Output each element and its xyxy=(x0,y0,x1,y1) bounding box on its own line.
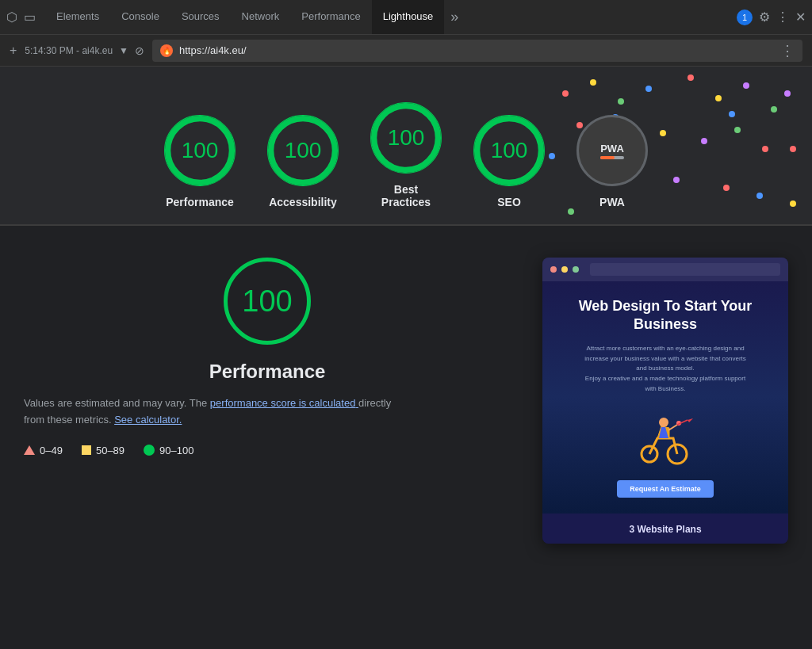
score-label-accessibility: Accessibility xyxy=(269,196,337,208)
legend-square-icon xyxy=(82,445,91,455)
tab-lighthouse[interactable]: Lighthouse xyxy=(372,0,445,34)
detail-section: 100 Performance Values are estimated and… xyxy=(0,226,812,567)
legend-range-mid: 50–89 xyxy=(96,445,124,456)
score-number-best-practices: 100 xyxy=(388,125,425,151)
score-item-accessibility[interactable]: 100 Accessibility xyxy=(267,115,339,208)
score-label-best-practices: BestPractices xyxy=(381,183,431,208)
score-item-pwa[interactable]: PWA PWA xyxy=(576,115,648,208)
tab-performance[interactable]: Performance xyxy=(290,0,371,34)
more-tabs-button[interactable]: » xyxy=(444,9,465,25)
scores-section: 100 Performance 100 Accessibility xyxy=(0,67,812,225)
score-item-performance[interactable]: 100 Performance xyxy=(164,115,236,208)
tab-elements[interactable]: Elements xyxy=(45,0,110,34)
detail-description: Values are estimated and may vary. The p… xyxy=(24,395,404,429)
pwa-inner: PWA xyxy=(600,143,624,159)
url-more-icon[interactable]: ⋮ xyxy=(780,42,795,59)
legend-range-high: 90–100 xyxy=(159,445,193,456)
settings-icon[interactable]: ⚙ xyxy=(759,10,770,25)
score-circle-pwa: PWA xyxy=(576,115,648,186)
calculator-link[interactable]: See calculator. xyxy=(114,414,182,426)
score-label-pwa: PWA xyxy=(599,196,625,208)
site-favicon: 🔥 xyxy=(160,44,173,57)
score-label-performance: Performance xyxy=(166,196,234,208)
url-info: 5:14:30 PM - ai4k.eu ▼ ⊘ xyxy=(25,44,144,57)
url-time: 5:14:30 PM - ai4k.eu xyxy=(25,45,113,56)
url-bar-left: + xyxy=(10,44,17,58)
site-headline: Web Design To Start Your Business xyxy=(555,297,776,334)
url-input[interactable]: 🔥 https://ai4k.eu/ ⋮ xyxy=(152,40,802,62)
screenshot-browser-bar xyxy=(542,258,788,281)
detail-score-circle: 100 xyxy=(224,258,311,345)
pwa-progress-bar xyxy=(600,156,624,159)
cursor-icon[interactable]: ⬡ xyxy=(6,10,17,25)
performance-score-link[interactable]: performance score is calculated xyxy=(210,397,358,409)
detail-left: 100 Performance Values are estimated and… xyxy=(24,258,511,544)
score-legend: 0–49 50–89 90–100 xyxy=(24,445,193,456)
score-circle-accessibility: 100 xyxy=(267,115,339,186)
score-circle-seo: 100 xyxy=(473,115,545,186)
detail-score-number: 100 xyxy=(242,284,292,319)
devtools-topbar: ⬡ ▭ Elements Console Sources Network Per… xyxy=(0,0,812,35)
svg-line-11 xyxy=(668,425,677,430)
screenshot-footer: 3 Website Plans xyxy=(542,513,788,544)
scooter-svg xyxy=(634,410,697,466)
tab-network[interactable]: Network xyxy=(231,0,291,34)
dropdown-icon[interactable]: ▼ xyxy=(119,45,128,56)
more-options-icon[interactable]: ⋮ xyxy=(776,10,789,25)
score-number-performance: 100 xyxy=(182,138,219,163)
browser-dot-green xyxy=(573,266,579,273)
detail-title: Performance xyxy=(24,361,511,383)
topbar-icons: ⬡ ▭ xyxy=(6,10,36,25)
screenshot-card: Web Design To Start Your Business Attrac… xyxy=(542,258,788,544)
legend-item-mid: 50–89 xyxy=(82,445,124,456)
browser-dot-yellow xyxy=(561,266,568,273)
score-circle-performance: 100 xyxy=(164,115,236,186)
scooter-illustration xyxy=(634,410,697,466)
block-requests-icon[interactable]: ⊘ xyxy=(135,44,144,57)
url-text: https://ai4k.eu/ xyxy=(179,44,247,56)
detail-right: Web Design To Start Your Business Attrac… xyxy=(542,258,788,544)
svg-marker-14 xyxy=(688,418,693,422)
legend-range-low: 0–49 xyxy=(40,445,63,456)
legend-item-low: 0–49 xyxy=(24,445,63,456)
screenshot-footer-text: 3 Website Plans xyxy=(629,524,701,535)
device-icon[interactable]: ▭ xyxy=(24,10,36,25)
pwa-label: PWA xyxy=(600,143,624,155)
legend-triangle-icon xyxy=(24,445,35,455)
main-content: 100 Performance 100 Accessibility xyxy=(0,67,812,649)
score-item-best-practices[interactable]: 100 BestPractices xyxy=(370,102,442,208)
legend-dot-icon xyxy=(144,445,155,456)
tab-sources[interactable]: Sources xyxy=(170,0,231,34)
score-label-seo: SEO xyxy=(497,196,521,208)
url-bar: + 5:14:30 PM - ai4k.eu ▼ ⊘ 🔥 https://ai4… xyxy=(0,35,812,67)
notification-badge[interactable]: 1 xyxy=(737,10,753,25)
score-circle-best-practices: 100 xyxy=(370,102,442,174)
legend-item-high: 90–100 xyxy=(144,445,193,456)
cta-button[interactable]: Request An Estimate xyxy=(617,480,714,498)
score-number-seo: 100 xyxy=(491,138,528,163)
browser-url-bar xyxy=(590,263,780,276)
add-tab-icon[interactable]: + xyxy=(10,44,17,58)
close-icon[interactable]: ✕ xyxy=(795,10,806,25)
score-number-accessibility: 100 xyxy=(285,138,322,163)
screenshot-content: Web Design To Start Your Business Attrac… xyxy=(542,281,788,513)
svg-point-10 xyxy=(659,418,668,427)
topbar-right: 1 ⚙ ⋮ ✕ xyxy=(737,10,806,25)
score-item-seo[interactable]: 100 SEO xyxy=(473,115,545,208)
tab-console[interactable]: Console xyxy=(110,0,170,34)
site-body-text: Attract more customers with an eye-catch… xyxy=(584,344,746,395)
dev-tabs: Elements Console Sources Network Perform… xyxy=(45,0,733,34)
browser-dot-red xyxy=(550,266,557,273)
pwa-progress-fill xyxy=(600,156,615,159)
